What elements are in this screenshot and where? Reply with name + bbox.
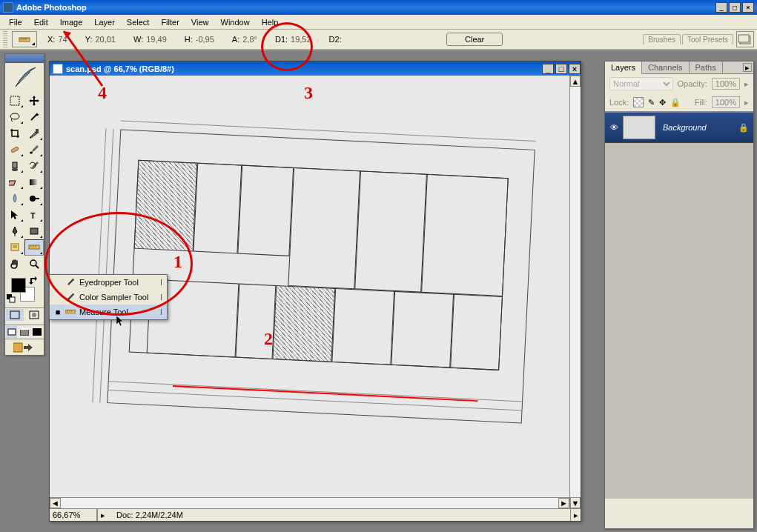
menu-help[interactable]: Help <box>256 16 285 28</box>
document-titlebar[interactable]: scan.psd @ 66,7% (RGB/8#) _ □ × <box>50 61 581 76</box>
tool-zoom[interactable] <box>24 256 44 272</box>
tool-clone-stamp[interactable] <box>5 158 24 174</box>
readout-y: Y:20,01 <box>85 35 116 44</box>
quickmask-mode-button[interactable] <box>24 308 44 322</box>
tab-paths[interactable]: Paths <box>690 61 723 73</box>
menu-file[interactable]: File <box>3 16 28 28</box>
ruler-icon <box>65 306 76 318</box>
flyout-color-sampler[interactable]: Color Sampler Tool I <box>50 290 167 305</box>
svg-line-16 <box>31 114 37 120</box>
palette-tab-toolpresets[interactable]: Tool Presets <box>682 34 733 44</box>
layer-visibility-icon[interactable]: 👁 <box>606 123 621 132</box>
tool-flyout-menu: Eyedropper Tool I Color Sampler Tool I ■… <box>49 274 168 320</box>
lock-pixels-icon[interactable]: ✎ <box>648 98 655 107</box>
optionsbar-grip[interactable] <box>3 31 7 47</box>
menubar: File Edit Image Layer Select Filter View… <box>0 15 757 30</box>
maximize-button[interactable]: □ <box>729 2 741 13</box>
lock-transparency-icon[interactable] <box>633 97 644 107</box>
tool-healing-brush[interactable] <box>5 142 24 158</box>
zoom-popup-icon[interactable]: ▸ <box>97 509 108 521</box>
jump-to-imageready[interactable] <box>5 339 44 355</box>
tool-hand[interactable] <box>5 256 24 272</box>
doc-minimize-button[interactable]: _ <box>542 64 554 74</box>
doc-vertical-scrollbar[interactable]: ▲ ▼ <box>569 76 581 508</box>
color-swatches <box>5 275 44 305</box>
layer-thumbnail[interactable] <box>623 116 655 139</box>
tab-layers[interactable]: Layers <box>605 61 642 74</box>
layer-name[interactable]: Background <box>657 123 738 132</box>
readout-d1: D1:19,52 <box>275 35 311 44</box>
tool-eraser[interactable] <box>5 174 24 190</box>
doc-horizontal-scrollbar[interactable]: ◄ ► <box>50 497 569 508</box>
palette-tab-brushes[interactable]: Brushes <box>643 34 681 44</box>
feather-icon <box>10 64 39 91</box>
tool-pen[interactable] <box>5 223 24 239</box>
lock-position-icon[interactable]: ✥ <box>659 98 666 107</box>
app-title: Adobe Photoshop <box>16 3 87 12</box>
doc-info: Doc: 2,24M/2,24M <box>108 511 570 519</box>
default-colors-icon[interactable] <box>7 294 16 303</box>
swap-colors-icon[interactable] <box>29 276 38 285</box>
opacity-field[interactable]: 100% <box>712 78 740 90</box>
menu-edit[interactable]: Edit <box>28 16 54 28</box>
scroll-down-arrow-icon[interactable]: ▼ <box>570 497 581 508</box>
palette-well-icon[interactable] <box>736 31 754 47</box>
clear-button[interactable]: Clear <box>446 33 503 46</box>
menu-filter[interactable]: Filter <box>155 16 185 28</box>
statusbar-popup-icon[interactable]: ▸ <box>570 509 581 521</box>
panel-menu-icon[interactable]: ▸ <box>743 63 752 72</box>
doc-maximize-button[interactable]: □ <box>555 64 567 74</box>
tool-shape[interactable] <box>24 223 44 239</box>
screenmode-full-menubar[interactable] <box>18 325 30 339</box>
tool-notes[interactable] <box>5 239 24 256</box>
minimize-button[interactable]: _ <box>715 2 727 13</box>
tool-crop[interactable] <box>5 125 24 142</box>
tool-slice[interactable] <box>24 125 44 142</box>
flyout-eyedropper[interactable]: Eyedropper Tool I <box>50 275 167 290</box>
zoom-field[interactable]: 66,67% <box>50 509 97 521</box>
scroll-up-arrow-icon[interactable]: ▲ <box>570 76 581 87</box>
tool-move[interactable] <box>24 93 44 109</box>
app-titlebar: Adobe Photoshop _ □ × <box>0 0 757 15</box>
menu-window[interactable]: Window <box>215 16 256 28</box>
fill-field[interactable]: 100% <box>712 96 740 108</box>
tool-preset-picker[interactable] <box>12 31 37 47</box>
screenmode-standard[interactable] <box>5 325 18 339</box>
ruler-icon <box>19 33 30 45</box>
blend-mode-select[interactable]: Normal <box>609 77 673 90</box>
tool-gradient[interactable] <box>24 174 44 190</box>
tool-blur[interactable] <box>5 190 24 207</box>
doc-close-button[interactable]: × <box>569 64 581 74</box>
toolbox-header[interactable] <box>5 54 44 63</box>
layer-row-background[interactable]: 👁 Background 🔒 <box>605 112 753 143</box>
document-icon <box>53 64 63 74</box>
menu-select[interactable]: Select <box>121 16 156 28</box>
tool-eyedropper[interactable] <box>24 239 44 256</box>
scroll-right-arrow-icon[interactable]: ► <box>558 498 569 508</box>
lock-all-icon[interactable]: 🔒 <box>670 98 681 107</box>
svg-point-21 <box>12 168 18 171</box>
tab-channels[interactable]: Channels <box>642 61 689 73</box>
chevron-down-icon[interactable]: ▸ <box>744 79 749 89</box>
tool-history-brush[interactable] <box>24 158 44 174</box>
chevron-down-icon[interactable]: ▸ <box>744 98 749 107</box>
flyout-measure[interactable]: ■ Measure Tool I <box>50 305 167 319</box>
close-button[interactable]: × <box>742 2 754 13</box>
foreground-color-swatch[interactable] <box>11 278 26 293</box>
tool-dodge[interactable] <box>24 190 44 207</box>
svg-rect-14 <box>10 96 19 105</box>
standard-mode-button[interactable] <box>5 308 24 322</box>
tool-type[interactable]: T <box>24 207 44 223</box>
tool-marquee[interactable] <box>5 93 24 109</box>
menu-image[interactable]: Image <box>54 16 89 28</box>
menu-view[interactable]: View <box>185 16 215 28</box>
scroll-left-arrow-icon[interactable]: ◄ <box>50 498 61 508</box>
tool-path-selection[interactable] <box>5 207 24 223</box>
tool-magic-wand[interactable] <box>24 109 44 125</box>
menu-layer[interactable]: Layer <box>88 16 121 28</box>
tool-brush[interactable] <box>24 142 44 158</box>
screenmode-full[interactable] <box>31 325 44 339</box>
tool-lasso[interactable] <box>5 109 24 125</box>
svg-rect-47 <box>13 343 22 352</box>
scanned-floorplan-image <box>107 130 535 424</box>
